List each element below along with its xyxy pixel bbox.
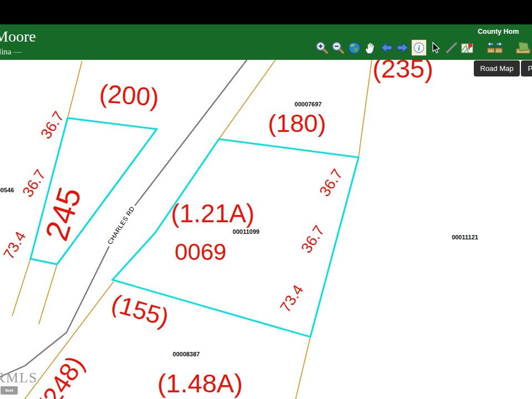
lot-dimension-label: (200) — [99, 80, 160, 110]
photo-map-button[interactable]: Pho — [521, 60, 532, 76]
parcel-id-label: 00008387 — [173, 351, 200, 357]
parcel-id-label: 00007697 — [295, 101, 322, 108]
full-extent-button[interactable] — [347, 40, 361, 55]
locate-button[interactable] — [461, 40, 475, 55]
measure-area-icon — [515, 41, 531, 54]
county-logo-subtitle: lina — — [0, 47, 22, 57]
back-button[interactable] — [379, 40, 393, 55]
zoom-out-icon — [331, 41, 345, 54]
measure-area-button[interactable] — [515, 40, 531, 55]
pan-hand-icon — [364, 41, 377, 54]
parcel-id-label: 00546 — [0, 187, 14, 193]
county-logo-name: Moore — [0, 28, 36, 45]
parcel-id-label: 00011099 — [233, 229, 259, 235]
pointer-arrow-icon — [429, 41, 442, 54]
lot-dimension-label: (235) — [372, 60, 433, 81]
forward-button[interactable] — [395, 40, 410, 55]
scale-unit-label: feet — [5, 388, 13, 393]
lot-number-label: 0069 — [175, 241, 226, 264]
measure-line-button[interactable] — [444, 40, 459, 55]
parcel-map-lines — [0, 60, 532, 399]
lot-dimension-label: (180) — [268, 111, 326, 136]
map-toolbar: i — [315, 39, 532, 56]
parcel-area-label: (1.21A) — [171, 201, 255, 226]
zoom-in-icon — [315, 41, 329, 54]
info-icon: i — [413, 42, 425, 54]
basemap-toggle: Road Map Pho — [474, 60, 532, 76]
identify-button[interactable]: i — [411, 39, 427, 56]
back-arrow-icon — [380, 41, 393, 54]
measure-distance-icon — [487, 41, 503, 54]
watermark: RMLS — [0, 370, 38, 386]
measure-line-icon — [445, 41, 458, 54]
county-home-link[interactable]: County Hom — [478, 28, 519, 35]
gis-parcel-viewer: Moore lina — County Hom — [0, 0, 532, 399]
globe-icon — [347, 41, 361, 55]
scale-bar: feet — [1, 386, 18, 395]
pan-button[interactable] — [363, 40, 377, 55]
select-pointer-button[interactable] — [428, 40, 443, 55]
parcel-area-label: (1.48A) — [157, 370, 243, 396]
map-pin-icon — [461, 41, 475, 54]
zoom-in-button[interactable] — [315, 40, 329, 55]
forward-arrow-icon — [396, 41, 410, 54]
window-titlebar — [0, 0, 532, 24]
county-header: Moore lina — County Hom — [0, 24, 532, 60]
map-canvas[interactable]: (200) (235) (180) 36.7 36.7 245 73.4 (1.… — [0, 60, 532, 399]
road-map-button[interactable]: Road Map — [474, 60, 520, 76]
zoom-out-button[interactable] — [331, 40, 345, 55]
parcel-id-label: 00011121 — [452, 234, 478, 241]
measure-distance-button[interactable] — [487, 40, 503, 55]
